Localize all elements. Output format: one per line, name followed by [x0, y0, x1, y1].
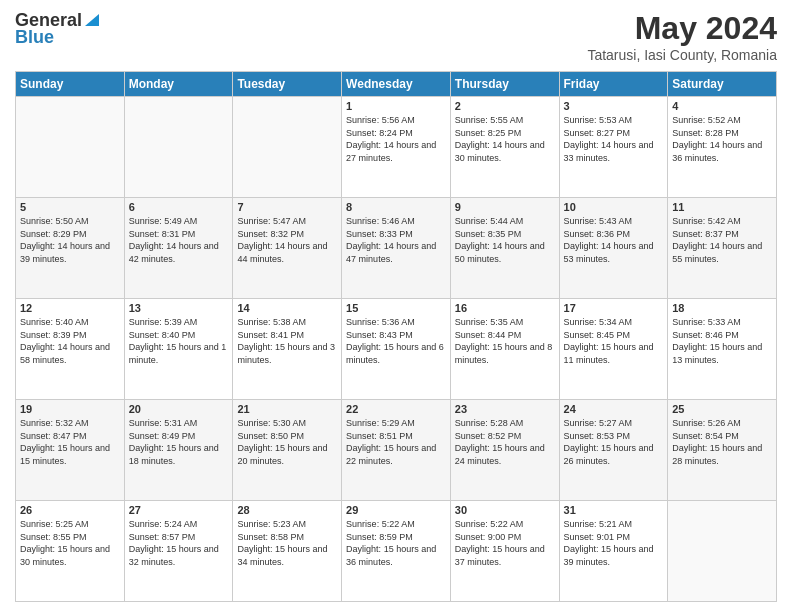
calendar-cell [16, 97, 125, 198]
day-info: Sunrise: 5:35 AM Sunset: 8:44 PM Dayligh… [455, 316, 555, 366]
day-info: Sunrise: 5:44 AM Sunset: 8:35 PM Dayligh… [455, 215, 555, 265]
calendar-cell: 3Sunrise: 5:53 AM Sunset: 8:27 PM Daylig… [559, 97, 668, 198]
day-info: Sunrise: 5:38 AM Sunset: 8:41 PM Dayligh… [237, 316, 337, 366]
day-info: Sunrise: 5:46 AM Sunset: 8:33 PM Dayligh… [346, 215, 446, 265]
calendar-cell: 1Sunrise: 5:56 AM Sunset: 8:24 PM Daylig… [342, 97, 451, 198]
day-number: 16 [455, 302, 555, 314]
calendar-cell: 29Sunrise: 5:22 AM Sunset: 8:59 PM Dayli… [342, 501, 451, 602]
day-number: 17 [564, 302, 664, 314]
day-info: Sunrise: 5:42 AM Sunset: 8:37 PM Dayligh… [672, 215, 772, 265]
calendar-cell: 18Sunrise: 5:33 AM Sunset: 8:46 PM Dayli… [668, 299, 777, 400]
day-info: Sunrise: 5:47 AM Sunset: 8:32 PM Dayligh… [237, 215, 337, 265]
calendar-day-header: Saturday [668, 72, 777, 97]
main-title: May 2024 [587, 10, 777, 47]
calendar-cell: 2Sunrise: 5:55 AM Sunset: 8:25 PM Daylig… [450, 97, 559, 198]
calendar-week-row: 12Sunrise: 5:40 AM Sunset: 8:39 PM Dayli… [16, 299, 777, 400]
day-number: 3 [564, 100, 664, 112]
day-number: 4 [672, 100, 772, 112]
calendar-cell: 10Sunrise: 5:43 AM Sunset: 8:36 PM Dayli… [559, 198, 668, 299]
day-number: 7 [237, 201, 337, 213]
day-number: 8 [346, 201, 446, 213]
day-number: 22 [346, 403, 446, 415]
day-number: 28 [237, 504, 337, 516]
calendar-cell: 28Sunrise: 5:23 AM Sunset: 8:58 PM Dayli… [233, 501, 342, 602]
calendar-week-row: 1Sunrise: 5:56 AM Sunset: 8:24 PM Daylig… [16, 97, 777, 198]
day-number: 1 [346, 100, 446, 112]
title-block: May 2024 Tatarusi, Iasi County, Romania [587, 10, 777, 63]
calendar-day-header: Wednesday [342, 72, 451, 97]
calendar-day-header: Sunday [16, 72, 125, 97]
day-number: 9 [455, 201, 555, 213]
calendar-cell: 13Sunrise: 5:39 AM Sunset: 8:40 PM Dayli… [124, 299, 233, 400]
calendar-cell: 24Sunrise: 5:27 AM Sunset: 8:53 PM Dayli… [559, 400, 668, 501]
day-info: Sunrise: 5:55 AM Sunset: 8:25 PM Dayligh… [455, 114, 555, 164]
day-info: Sunrise: 5:36 AM Sunset: 8:43 PM Dayligh… [346, 316, 446, 366]
day-info: Sunrise: 5:32 AM Sunset: 8:47 PM Dayligh… [20, 417, 120, 467]
day-number: 18 [672, 302, 772, 314]
calendar-cell: 17Sunrise: 5:34 AM Sunset: 8:45 PM Dayli… [559, 299, 668, 400]
day-number: 14 [237, 302, 337, 314]
calendar-cell: 12Sunrise: 5:40 AM Sunset: 8:39 PM Dayli… [16, 299, 125, 400]
day-number: 5 [20, 201, 120, 213]
day-number: 26 [20, 504, 120, 516]
day-number: 11 [672, 201, 772, 213]
logo: General Blue [15, 10, 101, 48]
day-info: Sunrise: 5:22 AM Sunset: 9:00 PM Dayligh… [455, 518, 555, 568]
calendar-day-header: Thursday [450, 72, 559, 97]
logo-blue-text: Blue [15, 27, 54, 48]
calendar-cell: 8Sunrise: 5:46 AM Sunset: 8:33 PM Daylig… [342, 198, 451, 299]
day-info: Sunrise: 5:39 AM Sunset: 8:40 PM Dayligh… [129, 316, 229, 366]
day-info: Sunrise: 5:24 AM Sunset: 8:57 PM Dayligh… [129, 518, 229, 568]
calendar-cell [124, 97, 233, 198]
day-number: 19 [20, 403, 120, 415]
calendar-day-header: Monday [124, 72, 233, 97]
calendar-cell: 21Sunrise: 5:30 AM Sunset: 8:50 PM Dayli… [233, 400, 342, 501]
calendar-cell: 22Sunrise: 5:29 AM Sunset: 8:51 PM Dayli… [342, 400, 451, 501]
calendar-week-row: 26Sunrise: 5:25 AM Sunset: 8:55 PM Dayli… [16, 501, 777, 602]
day-number: 2 [455, 100, 555, 112]
day-info: Sunrise: 5:25 AM Sunset: 8:55 PM Dayligh… [20, 518, 120, 568]
day-number: 21 [237, 403, 337, 415]
calendar-cell: 31Sunrise: 5:21 AM Sunset: 9:01 PM Dayli… [559, 501, 668, 602]
day-info: Sunrise: 5:29 AM Sunset: 8:51 PM Dayligh… [346, 417, 446, 467]
calendar-header-row: SundayMondayTuesdayWednesdayThursdayFrid… [16, 72, 777, 97]
calendar-cell: 20Sunrise: 5:31 AM Sunset: 8:49 PM Dayli… [124, 400, 233, 501]
calendar-cell: 4Sunrise: 5:52 AM Sunset: 8:28 PM Daylig… [668, 97, 777, 198]
page: General Blue May 2024 Tatarusi, Iasi Cou… [0, 0, 792, 612]
day-number: 12 [20, 302, 120, 314]
day-info: Sunrise: 5:52 AM Sunset: 8:28 PM Dayligh… [672, 114, 772, 164]
day-info: Sunrise: 5:22 AM Sunset: 8:59 PM Dayligh… [346, 518, 446, 568]
day-number: 29 [346, 504, 446, 516]
day-number: 10 [564, 201, 664, 213]
day-number: 25 [672, 403, 772, 415]
day-number: 13 [129, 302, 229, 314]
subtitle: Tatarusi, Iasi County, Romania [587, 47, 777, 63]
calendar-cell: 30Sunrise: 5:22 AM Sunset: 9:00 PM Dayli… [450, 501, 559, 602]
calendar-cell: 15Sunrise: 5:36 AM Sunset: 8:43 PM Dayli… [342, 299, 451, 400]
day-info: Sunrise: 5:27 AM Sunset: 8:53 PM Dayligh… [564, 417, 664, 467]
day-number: 24 [564, 403, 664, 415]
calendar-cell [668, 501, 777, 602]
day-info: Sunrise: 5:30 AM Sunset: 8:50 PM Dayligh… [237, 417, 337, 467]
calendar-day-header: Friday [559, 72, 668, 97]
day-number: 6 [129, 201, 229, 213]
calendar-cell: 26Sunrise: 5:25 AM Sunset: 8:55 PM Dayli… [16, 501, 125, 602]
calendar-cell: 7Sunrise: 5:47 AM Sunset: 8:32 PM Daylig… [233, 198, 342, 299]
calendar-cell: 16Sunrise: 5:35 AM Sunset: 8:44 PM Dayli… [450, 299, 559, 400]
calendar-week-row: 19Sunrise: 5:32 AM Sunset: 8:47 PM Dayli… [16, 400, 777, 501]
calendar-cell: 25Sunrise: 5:26 AM Sunset: 8:54 PM Dayli… [668, 400, 777, 501]
calendar-cell: 5Sunrise: 5:50 AM Sunset: 8:29 PM Daylig… [16, 198, 125, 299]
day-number: 23 [455, 403, 555, 415]
day-info: Sunrise: 5:40 AM Sunset: 8:39 PM Dayligh… [20, 316, 120, 366]
day-info: Sunrise: 5:31 AM Sunset: 8:49 PM Dayligh… [129, 417, 229, 467]
calendar-day-header: Tuesday [233, 72, 342, 97]
day-number: 27 [129, 504, 229, 516]
day-info: Sunrise: 5:34 AM Sunset: 8:45 PM Dayligh… [564, 316, 664, 366]
day-info: Sunrise: 5:26 AM Sunset: 8:54 PM Dayligh… [672, 417, 772, 467]
day-number: 20 [129, 403, 229, 415]
logo-triangle-icon [83, 10, 101, 28]
day-info: Sunrise: 5:21 AM Sunset: 9:01 PM Dayligh… [564, 518, 664, 568]
calendar-cell: 14Sunrise: 5:38 AM Sunset: 8:41 PM Dayli… [233, 299, 342, 400]
day-number: 30 [455, 504, 555, 516]
header: General Blue May 2024 Tatarusi, Iasi Cou… [15, 10, 777, 63]
